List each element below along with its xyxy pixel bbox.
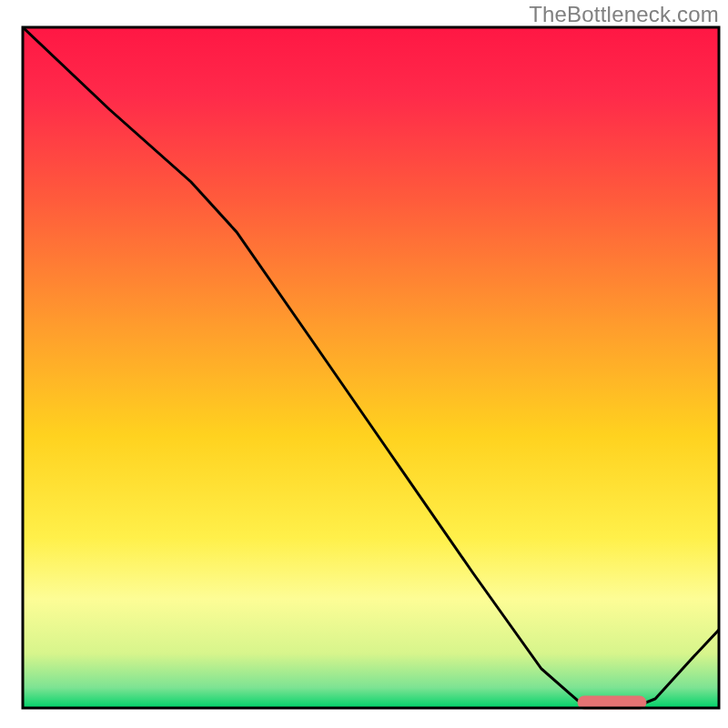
- gradient-background: [23, 27, 719, 708]
- bottleneck-chart: [0, 0, 728, 728]
